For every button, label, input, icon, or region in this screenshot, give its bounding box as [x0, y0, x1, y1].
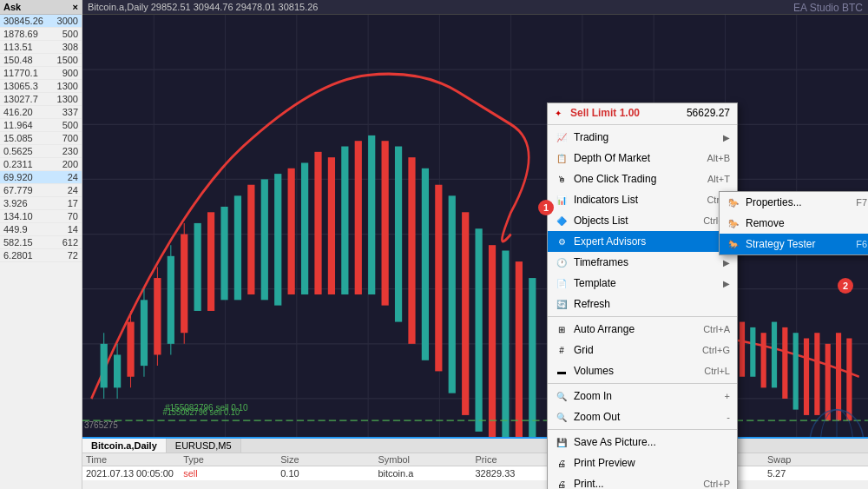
- price-list: 30845.2630001878.69500113.51308150.48150…: [0, 15, 82, 262]
- price-row[interactable]: 69.92024: [0, 171, 82, 184]
- menu-ea-label: Expert Advisors: [574, 235, 646, 248]
- sidebar-close[interactable]: ×: [73, 2, 78, 12]
- menu-template[interactable]: 📄 Template ▶: [548, 273, 737, 294]
- print-icon: 🖨: [555, 477, 569, 489]
- svg-rect-67: [740, 322, 745, 377]
- menu-depth-of-market[interactable]: 📋 Depth Of Market Alt+B: [548, 148, 737, 169]
- svg-rect-76: [836, 333, 841, 420]
- trading-icon: 📈: [555, 130, 569, 144]
- menu-print-preview-label: Print Preview: [574, 457, 635, 469]
- menu-zoom-in[interactable]: 🔍 Zoom In +: [548, 386, 737, 406]
- price-row[interactable]: 67.77924: [0, 184, 82, 197]
- tab-eurusd-m5[interactable]: EURUSD,M5: [167, 439, 241, 453]
- trade-swap: 5.27: [767, 468, 865, 479]
- menu-objects-list[interactable]: 🔷 Objects List Ctrl+B: [548, 210, 737, 231]
- tab-bitcoin-daily[interactable]: Bitcoin.a,Daily: [82, 439, 167, 453]
- trade-header: Time Type Size Symbol Price Price Commis…: [82, 453, 868, 466]
- price-row[interactable]: 6.280172: [0, 249, 82, 262]
- menu-volumes[interactable]: ▬ Volumes Ctrl+L: [548, 360, 737, 381]
- template-icon: 📄: [555, 276, 569, 290]
- ea-studio-label: EA Studio BTC: [793, 2, 863, 14]
- sell-limit-price: 56629.27: [687, 107, 730, 119]
- menu-save-label: Save As Picture...: [574, 436, 656, 448]
- context-menu: ✦ Sell Limit 1.00 56629.27 📈 Trading ▶ 📋…: [547, 102, 738, 489]
- menu-print-label: Print...: [574, 478, 604, 489]
- price-row[interactable]: 1878.69500: [0, 28, 82, 41]
- price-row[interactable]: 0.5625230: [0, 145, 82, 158]
- price-row[interactable]: 150.481500: [0, 54, 82, 67]
- menu-print-preview[interactable]: 🖨 Print Preview: [548, 453, 737, 473]
- sidebar-header: Ask ×: [0, 0, 82, 15]
- chart-title: Bitcoin.a,Daily 29852.51 30944.76 29478.…: [88, 2, 318, 12]
- menu-indicators-label: Indicators List: [574, 194, 638, 206]
- svg-rect-41: [301, 162, 308, 294]
- svg-rect-70: [772, 322, 777, 388]
- price-row[interactable]: 582.15612: [0, 236, 82, 249]
- col-type: Type: [183, 454, 280, 465]
- sep4: [548, 429, 737, 430]
- oct-shortcut: Alt+T: [707, 174, 730, 184]
- menu-refresh[interactable]: 🔄 Refresh: [548, 294, 737, 314]
- svg-rect-51: [435, 185, 442, 372]
- menu-timeframes[interactable]: 🕐 Timeframes ▶: [548, 252, 737, 273]
- price-row[interactable]: 13065.31300: [0, 80, 82, 93]
- price-row[interactable]: 13027.71300: [0, 93, 82, 106]
- refresh-icon: 🔄: [555, 297, 569, 311]
- svg-rect-40: [288, 169, 295, 294]
- price-row[interactable]: 0.2311200: [0, 158, 82, 171]
- ea-icon: ⚙: [555, 235, 569, 248]
- menu-oct-label: One Click Trading: [574, 173, 656, 185]
- svg-rect-44: [341, 147, 348, 294]
- timeframes-icon: 🕐: [555, 255, 569, 269]
- badge-2: 2: [838, 278, 853, 294]
- chart-title-bar: Bitcoin.a,Daily 29852.51 30944.76 29478.…: [82, 0, 868, 15]
- menu-timeframes-label: Timeframes: [574, 256, 628, 268]
- aa-shortcut: Ctrl+A: [703, 324, 730, 334]
- volumes-shortcut: Ctrl+L: [704, 366, 730, 376]
- menu-grid[interactable]: # Grid Ctrl+G: [548, 340, 737, 360]
- svg-rect-37: [247, 185, 254, 294]
- price-row[interactable]: 449.914: [0, 223, 82, 236]
- zoom-out-shortcut: -: [727, 412, 730, 422]
- menu-trading[interactable]: 📈 Trading ▶: [548, 127, 737, 148]
- sell-limit-label: Sell Limit 1.00: [570, 107, 640, 119]
- menu-sell-limit[interactable]: ✦ Sell Limit 1.00 56629.27: [548, 103, 737, 122]
- price-row[interactable]: 416.20337: [0, 106, 82, 119]
- price-row[interactable]: 30845.263000: [0, 15, 82, 28]
- submenu-props-shortcut: F7: [856, 197, 867, 208]
- col-swap: Swap: [767, 454, 865, 465]
- submenu-remove-label: Remove: [746, 217, 785, 229]
- depth-icon: 📋: [555, 151, 569, 165]
- volumes-icon: ▬: [555, 364, 569, 378]
- svg-rect-53: [462, 212, 469, 415]
- trade-size: 0.10: [280, 468, 378, 479]
- menu-zoom-in-label: Zoom In: [574, 390, 612, 402]
- svg-rect-52: [449, 195, 456, 393]
- svg-rect-46: [368, 135, 375, 294]
- price-row[interactable]: 11770.1900: [0, 67, 82, 80]
- price-row[interactable]: 11.964500: [0, 119, 82, 132]
- submenu-strategy-tester[interactable]: 🐎 Strategy Tester F6: [720, 234, 868, 254]
- svg-rect-34: [207, 212, 214, 311]
- svg-rect-73: [804, 339, 809, 415]
- table-row[interactable]: 2021.07.13 00:05:00 sell 0.10 bitcoin.a …: [82, 466, 868, 480]
- save-icon: 💾: [555, 435, 569, 449]
- submenu-remove[interactable]: 🐎 Remove: [720, 213, 868, 234]
- badge-1: 1: [538, 200, 554, 215]
- menu-expert-advisors[interactable]: ⚙ Expert Advisors ▶: [548, 231, 737, 252]
- svg-rect-39: [274, 174, 281, 306]
- svg-rect-42: [314, 152, 321, 294]
- price-row[interactable]: 3.92617: [0, 197, 82, 210]
- menu-auto-arrange[interactable]: ⊞ Auto Arrange Ctrl+A: [548, 319, 737, 340]
- menu-indicators-list[interactable]: 📊 Indicators List Ctrl+I: [548, 189, 737, 210]
- menu-objects-label: Objects List: [574, 215, 628, 227]
- submenu-properties[interactable]: 🐎 Properties... F7: [720, 192, 868, 213]
- menu-zoom-out[interactable]: 🔍 Zoom Out -: [548, 406, 737, 427]
- menu-save-as-picture[interactable]: 💾 Save As Picture...: [548, 432, 737, 453]
- menu-one-click-trading[interactable]: 🖱 One Click Trading Alt+T: [548, 169, 737, 189]
- menu-print[interactable]: 🖨 Print... Ctrl+P: [548, 473, 737, 489]
- price-row[interactable]: 113.51308: [0, 41, 82, 54]
- price-row[interactable]: 15.085700: [0, 132, 82, 145]
- price-row[interactable]: 134.1070: [0, 210, 82, 223]
- trading-arrow: ▶: [723, 133, 730, 142]
